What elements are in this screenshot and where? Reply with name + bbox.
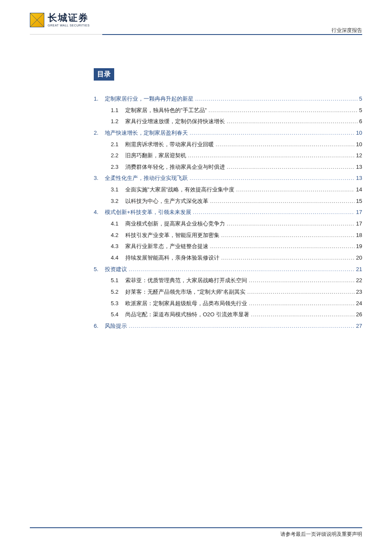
toc-number: 5.: [94, 264, 105, 275]
logo-text: 长城证券 GREAT WALL SECURITIES: [48, 13, 89, 27]
toc-subsection[interactable]: 1.2家具行业增速放缓，定制仍保持快速增长6: [94, 116, 362, 127]
toc-leader-dots: [249, 275, 355, 286]
toc-leader-dots: [195, 93, 357, 105]
brand-logo: 长城证券 GREAT WALL SECURITIES: [30, 13, 362, 27]
toc-label: 以科技为中心，生产方式深化改革: [125, 196, 208, 207]
logo-name-cn: 长城证券: [48, 13, 89, 23]
toc-label: 欧派家居：定制家具超级航母，品类布局领先行业: [125, 298, 247, 309]
toc-subsection[interactable]: 4.3家具行业新常态，产业链整合提速19: [94, 241, 362, 252]
toc-number: 4.: [94, 207, 105, 218]
toc-subsection[interactable]: 2.2旧房巧翻新，家居迎契机12: [94, 150, 362, 162]
toc-label: 持续发展智能高科，亲身体验装修设计: [125, 252, 219, 264]
toc-leader-dots: [208, 105, 357, 116]
toc-label: 尚品宅配：渠道布局模式独特，O2O 引流效率显著: [125, 309, 249, 321]
toc-subsection[interactable]: 2.1刚需房诉求增长，带动家具行业回暖10: [94, 139, 362, 150]
toc-label: 定制家居行业，一颗冉冉升起的新星: [105, 93, 193, 105]
toc-subsection[interactable]: 2.3消费群体年轻化，推动家具企业与时俱进13: [94, 162, 362, 173]
toc-label: 消费群体年轻化，推动家具企业与时俱进: [125, 162, 225, 173]
toc-label: 地产快速增长，定制家居盈利春天: [105, 127, 188, 139]
toc-number: 5.2: [111, 286, 125, 298]
toc-page-number: 20: [356, 252, 362, 264]
toc-label: 模式创新+科技变革，引领未来发展: [105, 207, 191, 218]
toc-page-number: 6: [359, 116, 362, 127]
toc-label: 商业模式创新，提高家具企业核心竞争力: [125, 218, 225, 230]
toc-subsection[interactable]: 5.3欧派家居：定制家具超级航母，品类布局领先行业24: [94, 298, 362, 309]
footer-note: 请参考最后一页评级说明及重要声明: [30, 531, 362, 538]
toc-number: 5.1: [111, 275, 125, 286]
toc-leader-dots: [190, 173, 355, 184]
toc-heading: 目录: [94, 68, 114, 81]
toc-section[interactable]: 1.定制家居行业，一颗冉冉升起的新星5: [94, 93, 362, 105]
toc-section[interactable]: 6.风险提示27: [94, 321, 362, 332]
toc-number: 4.3: [111, 241, 125, 252]
toc-number: 5.3: [111, 298, 125, 309]
toc-number: 1.1: [111, 105, 125, 116]
toc-page-number: 14: [356, 184, 362, 196]
toc-number: 2.3: [111, 162, 125, 173]
toc-subsection[interactable]: 5.4尚品宅配：渠道布局模式独特，O2O 引流效率显著26: [94, 309, 362, 321]
toc-number: 6.: [94, 321, 105, 332]
toc-leader-dots: [236, 184, 354, 196]
toc-section[interactable]: 5.投资建议21: [94, 264, 362, 275]
toc-page-number: 10: [356, 139, 362, 150]
toc-number: 5.4: [111, 309, 125, 321]
page-header: 长城证券 GREAT WALL SECURITIES 行业深度报告: [0, 0, 392, 47]
toc-section[interactable]: 4.模式创新+科技变革，引领未来发展17: [94, 207, 362, 218]
toc-number: 4.1: [111, 218, 125, 230]
toc-page-number: 10: [356, 127, 362, 139]
table-of-contents: 1.定制家居行业，一颗冉冉升起的新星51.1定制家居，独具特色的"手工艺品"51…: [94, 93, 362, 332]
toc-subsection[interactable]: 5.1索菲亚：优质管理典范，大家居战略打开成长空间22: [94, 275, 362, 286]
toc-page-number: 27: [356, 321, 362, 332]
logo-name-en: GREAT WALL SECURITIES: [48, 24, 89, 27]
toc-section[interactable]: 3.全柔性化生产，推动行业实现飞跃13: [94, 173, 362, 184]
toc-label: 旧房巧翻新，家居迎契机: [125, 150, 186, 162]
toc-page-number: 13: [356, 173, 362, 184]
footer-divider: [30, 527, 362, 528]
toc-number: 2.1: [111, 139, 125, 150]
header-divider: [102, 34, 362, 35]
toc-subsection[interactable]: 3.2以科技为中心，生产方式深化改革15: [94, 196, 362, 207]
toc-page-number: 19: [356, 241, 362, 252]
toc-page-number: 18: [356, 230, 362, 241]
toc-label: 全面实施"大家居"战略，有效提高行业集中度: [125, 184, 234, 196]
toc-page-number: 15: [356, 196, 362, 207]
toc-leader-dots: [216, 139, 355, 150]
toc-label: 风险提示: [105, 321, 127, 332]
toc-leader-dots: [247, 286, 354, 298]
document-type-label: 行业深度报告: [331, 27, 362, 34]
toc-leader-dots: [190, 127, 355, 139]
toc-label: 刚需房诉求增长，带动家具行业回暖: [125, 139, 214, 150]
toc-number: 4.4: [111, 252, 125, 264]
toc-page-number: 5: [359, 93, 362, 105]
toc-number: 4.2: [111, 230, 125, 241]
toc-number: 2.2: [111, 150, 125, 162]
toc-leader-dots: [193, 207, 355, 218]
toc-page-number: 24: [356, 298, 362, 309]
toc-label: 好莱客：无醛产品领先市场，"定制大师"名副其实: [125, 286, 245, 298]
toc-number: 1.: [94, 93, 105, 105]
toc-subsection[interactable]: 4.4持续发展智能高科，亲身体验装修设计20: [94, 252, 362, 264]
toc-label: 投资建议: [105, 264, 127, 275]
toc-subsection[interactable]: 1.1定制家居，独具特色的"手工艺品"5: [94, 105, 362, 116]
toc-leader-dots: [227, 116, 357, 127]
toc-label: 科技引发产业变革，智能应用更加密集: [125, 230, 219, 241]
page-footer: 请参考最后一页评级说明及重要声明: [30, 527, 362, 538]
toc-leader-dots: [129, 264, 355, 275]
toc-subsection[interactable]: 5.2好莱客：无醛产品领先市场，"定制大师"名副其实23: [94, 286, 362, 298]
toc-leader-dots: [210, 241, 355, 252]
toc-page-number: 26: [356, 309, 362, 321]
toc-number: 3.: [94, 173, 105, 184]
toc-page-number: 17: [356, 218, 362, 230]
toc-leader-dots: [227, 162, 355, 173]
toc-page-number: 21: [356, 264, 362, 275]
toc-subsection[interactable]: 4.1商业模式创新，提高家具企业核心竞争力17: [94, 218, 362, 230]
toc-page-number: 5: [359, 105, 362, 116]
toc-section[interactable]: 2.地产快速增长，定制家居盈利春天10: [94, 127, 362, 139]
toc-leader-dots: [129, 321, 355, 332]
toc-subsection[interactable]: 4.2科技引发产业变革，智能应用更加密集18: [94, 230, 362, 241]
toc-subsection[interactable]: 3.1全面实施"大家居"战略，有效提高行业集中度14: [94, 184, 362, 196]
header-divider-left: [30, 34, 102, 35]
toc-label: 家具行业增速放缓，定制仍保持快速增长: [125, 116, 225, 127]
toc-leader-dots: [221, 252, 355, 264]
toc-leader-dots: [251, 309, 354, 321]
